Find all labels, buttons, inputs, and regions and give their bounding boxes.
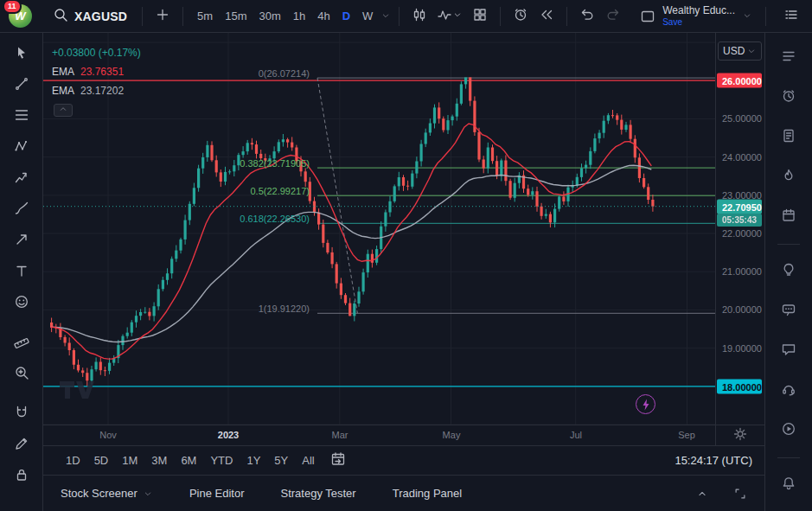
time-axis[interactable]: Nov2023MarMayJulSep — [43, 425, 715, 445]
symbol-search[interactable]: XAGUSD — [46, 4, 134, 29]
bar-replay-button[interactable] — [534, 4, 559, 29]
tool-measure[interactable] — [9, 329, 35, 355]
toolbar-separator — [765, 7, 766, 26]
watchlist-icon — [781, 48, 796, 64]
panel-notes[interactable] — [776, 123, 802, 149]
tab-strategy-tester[interactable]: Strategy Tester — [280, 487, 355, 500]
go-to-date-button[interactable] — [330, 451, 346, 470]
create-alert-button[interactable] — [508, 4, 533, 29]
range-1M[interactable]: 1M — [115, 450, 144, 470]
chart-type-button[interactable] — [407, 4, 432, 29]
indicator-legend-ema-1[interactable]: EMA 23.76351 — [52, 62, 141, 81]
timeframe-1h[interactable]: 1h — [287, 5, 311, 27]
user-avatar[interactable]: W 11 — [9, 4, 32, 28]
timeframe-5m[interactable]: 5m — [191, 5, 219, 27]
fib-level-label: 0.5(22.99217) — [43, 186, 310, 196]
timeframe-15m[interactable]: 15m — [219, 5, 253, 27]
save-layout-link[interactable]: Save — [662, 17, 735, 28]
indicator-legend-ema-2[interactable]: EMA 23.17202 — [52, 81, 141, 100]
multichart-layout-button[interactable] — [468, 4, 492, 29]
chevron-down-icon — [452, 10, 463, 22]
chevron-up-icon — [696, 488, 708, 500]
panel-hotlists[interactable] — [776, 163, 802, 188]
indicators-button[interactable] — [433, 4, 466, 29]
range-3M[interactable]: 3M — [144, 450, 174, 470]
tool-fib-retracement[interactable] — [9, 102, 35, 128]
trend-line-icon — [14, 76, 29, 92]
panel-notifications[interactable] — [776, 470, 802, 496]
boost-lightning-button[interactable] — [636, 394, 655, 414]
range-6M[interactable]: 6M — [174, 450, 203, 470]
forecast-icon — [14, 169, 29, 185]
top-toolbar: W 11 XAGUSD 5m15m30m1h4hDW Wealthy Educ.… — [0, 0, 812, 33]
ema-1-value: 23.76351 — [80, 62, 124, 81]
tab-trading-panel[interactable]: Trading Panel — [393, 487, 462, 500]
timeframe-30m[interactable]: 30m — [253, 5, 286, 27]
panel-watchlist[interactable] — [776, 43, 802, 69]
timeframe-menu-button[interactable] — [380, 9, 391, 24]
range-1Y[interactable]: 1Y — [240, 450, 267, 470]
range-1D[interactable]: 1D — [59, 450, 87, 470]
range-All[interactable]: All — [295, 450, 321, 470]
range-5Y[interactable]: 5Y — [267, 450, 295, 470]
panel-support[interactable] — [776, 376, 802, 402]
layout-menu-button[interactable] — [742, 9, 752, 24]
panel-collapse-button[interactable] — [690, 482, 714, 506]
timeframe-W[interactable]: W — [356, 5, 379, 27]
panel-ai-chat[interactable] — [776, 297, 802, 323]
currency-unit-select[interactable]: USD — [718, 42, 762, 61]
tool-emoji[interactable] — [9, 289, 35, 315]
legend-collapse-button[interactable] — [54, 104, 73, 117]
tool-text[interactable] — [9, 258, 35, 284]
tool-xabcd-pattern[interactable] — [9, 133, 35, 159]
range-buttons: 1D5D1M3M6MYTD1Y5YAll — [59, 450, 322, 470]
panel-calendar[interactable] — [776, 202, 802, 228]
undo-button[interactable] — [575, 4, 599, 29]
price-axis[interactable]: 25.0000024.0000023.0000022.0000021.00000… — [715, 33, 764, 425]
xabcd-pattern-icon — [14, 138, 29, 154]
panel-menu-button[interactable] — [779, 4, 803, 29]
chart-legend: +0.03800 (+0.17%) EMA 23.76351 EMA 23.17… — [52, 43, 141, 100]
tool-magnet[interactable] — [9, 399, 35, 425]
panel-streams[interactable] — [776, 416, 802, 442]
tab-label: Trading Panel — [393, 487, 462, 500]
panel-maximize-button[interactable] — [728, 482, 752, 506]
fib-level-label: 1(19.91220) — [43, 303, 310, 314]
compare-add-symbol-button[interactable] — [150, 4, 175, 29]
panel-alerts[interactable] — [776, 83, 802, 109]
tool-trend-line[interactable] — [9, 71, 35, 97]
price-axis-label: 22.00000 — [716, 228, 762, 239]
tool-lock[interactable] — [9, 462, 35, 488]
undo-icon — [579, 7, 595, 25]
lightning-icon — [638, 397, 654, 412]
range-YTD[interactable]: YTD — [203, 450, 240, 470]
range-5D[interactable]: 5D — [87, 450, 116, 470]
tool-brush[interactable] — [9, 195, 35, 221]
timeframe-4h[interactable]: 4h — [311, 5, 336, 27]
tool-zoom[interactable] — [9, 360, 35, 386]
layout-rect-icon — [640, 9, 655, 24]
time-axis-label: Sep — [678, 430, 695, 440]
chevron-down-icon — [742, 9, 752, 24]
redo-button[interactable] — [601, 4, 625, 29]
panel-ideas[interactable] — [776, 257, 802, 283]
tab-stock-screener[interactable]: Stock Screener — [61, 487, 153, 500]
tool-edit[interactable] — [9, 431, 35, 457]
gear-icon — [732, 426, 748, 445]
tab-pine-editor[interactable]: Pine Editor — [189, 487, 245, 500]
tool-forecast[interactable] — [9, 164, 35, 190]
date-range-bar: 1D5D1M3M6MYTD1Y5YAll 15:24:17 (UTC) — [43, 445, 764, 475]
price-line-label: 26.00000 — [717, 73, 762, 88]
tab-label: Pine Editor — [189, 487, 245, 500]
timeframe-D[interactable]: D — [336, 5, 356, 27]
chart-area[interactable]: +0.03800 (+0.17%) EMA 23.76351 EMA 23.17… — [43, 33, 764, 445]
candlestick-plot[interactable] — [43, 33, 715, 425]
tool-cursor[interactable] — [9, 40, 35, 66]
tool-arrow-marker[interactable] — [9, 227, 35, 252]
axis-settings-button[interactable] — [715, 425, 764, 445]
cursor-icon — [14, 45, 29, 61]
support-icon — [781, 381, 796, 397]
layout-name-block[interactable]: Wealthy Educ... Save — [662, 5, 735, 27]
currency-value: USD — [723, 45, 745, 57]
panel-chat[interactable] — [776, 336, 802, 362]
